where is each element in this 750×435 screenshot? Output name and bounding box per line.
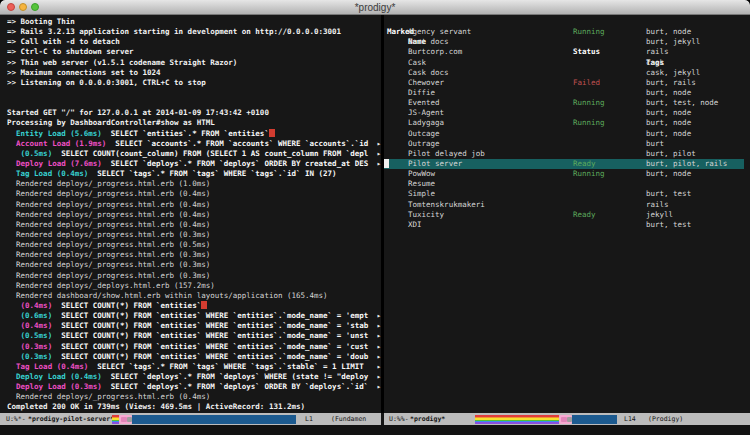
service-status: Running (573, 169, 605, 179)
log-line: >> Thin web server (v1.5.1 codename Stra… (7, 58, 381, 68)
service-tags: jekyll (646, 210, 673, 220)
service-row[interactable]: LadygagaRunningburt, node (384, 118, 750, 128)
service-row[interactable]: Resume (384, 179, 750, 189)
service-row[interactable]: Burtcorp.comrails (384, 47, 750, 57)
truncation-arrow-icon: ▸ (377, 311, 381, 321)
log-segment: Tag Load (0.4ms) (7, 362, 88, 371)
cursor-block (384, 159, 389, 168)
service-name: Resume (408, 179, 435, 189)
trailing-whitespace-highlight (201, 301, 207, 309)
log-segment: SELECT COUNT(*) FROM `entities` WHERE `e… (52, 311, 368, 320)
service-row[interactable]: Caskcask (384, 58, 750, 68)
service-name: JS-Agent (408, 108, 444, 118)
terminal-window: *prodigy* => Booting Thin=> Rails 3.2.13… (0, 0, 750, 435)
log-line (7, 98, 381, 108)
log-line: Account Load (1.9ms) SELECT `accounts`.*… (7, 139, 381, 149)
log-segment: SELECT COUNT(count_column) FROM (SELECT … (52, 149, 368, 158)
service-row[interactable]: Tomtenskrukmakerirails (384, 200, 750, 210)
log-line: Rendered deploys/_progress.html.erb (0.3… (7, 250, 381, 260)
service-row[interactable]: Simpleburt, test (384, 189, 750, 199)
log-segment: => Booting Thin (7, 17, 75, 26)
nyan-mode-progress (112, 415, 296, 424)
service-name: Ladygaga (408, 118, 444, 128)
log-segment: SELECT `deploys`.* FROM `deploys` ORDER … (102, 159, 368, 168)
buffer-name: *prodigy-pilot-server* (28, 413, 114, 425)
log-segment: >> Thin web server (v1.5.1 codename Stra… (7, 58, 237, 67)
modeline-server-log[interactable]: U:%*- *prodigy-pilot-server* L1 (Fundame… (0, 413, 381, 425)
service-row[interactable]: Cask docscask, jekyll (384, 68, 750, 78)
log-segment: >> Listening on 0.0.0.0:3001, CTRL+C to … (7, 78, 206, 87)
log-segment: SELECT `tags`.* FROM `tags` WHERE `tags`… (88, 169, 336, 178)
log-line: Tag Load (0.4ms) SELECT `tags`.* FROM `t… (7, 169, 381, 179)
log-segment: (0.3ms) (7, 352, 52, 361)
log-line: Rendered deploys/_progress.html.erb (0.4… (7, 392, 381, 402)
emacs-frame: => Booting Thin=> Rails 3.2.13 applicati… (0, 15, 750, 413)
log-line: Completed 200 OK in 739ms (Views: 469.5m… (7, 402, 381, 412)
service-row[interactable]: Outcageburt, node (384, 129, 750, 139)
log-segment: Account Load (1.9ms) (7, 139, 106, 148)
log-segment: SELECT COUNT(*) FROM `entities` WHERE `e… (52, 321, 368, 330)
log-line: Processing by DashboardController#show a… (7, 118, 381, 128)
log-line: (0.5ms) SELECT COUNT(*) FROM `entities` … (7, 331, 381, 341)
log-line: (0.6ms) SELECT COUNT(*) FROM `entities` … (7, 311, 381, 321)
service-name: XDI (408, 220, 422, 230)
log-segment: Deploy Load (0.3ms) (7, 382, 102, 391)
truncation-arrow-icon: ▸ (377, 342, 381, 352)
log-line: Rendered deploys/_deploys.html.erb (157.… (7, 281, 381, 291)
log-segment: Rendered deploys/_deploys.html.erb (157.… (7, 281, 215, 290)
service-row[interactable]: XDIburt, test (384, 220, 750, 230)
service-name: PowWow (408, 169, 435, 179)
log-line: Rendered deploys/_progress.html.erb (0.4… (7, 189, 381, 199)
service-row[interactable]: EventedRunningburt, test, node (384, 98, 750, 108)
service-row[interactable]: JS-Agentburt, node (384, 108, 750, 118)
prodigy-services-pane[interactable]: Marked Name Status Tags Agency servantRu… (384, 15, 750, 413)
log-segment: SELECT COUNT(*) FROM `entities` (52, 301, 201, 310)
line-number-indicator: L14 (624, 413, 636, 425)
service-row[interactable]: Outrageburt (384, 139, 750, 149)
service-row[interactable]: ChewoverFailedburt, rails (384, 78, 750, 88)
service-name: Cask docs (408, 68, 449, 78)
log-line: Rendered deploys/_progress.html.erb (0.4… (7, 210, 381, 220)
service-name: Pilot delayed job (408, 149, 485, 159)
service-row[interactable]: Pilot serverReadyburt, pilot, rails (384, 159, 744, 169)
log-segment: >> Maximum connections set to 1024 (7, 68, 161, 77)
service-tags: burt, node (646, 129, 691, 139)
log-line: Rendered deploys/_progress.html.erb (0.4… (7, 200, 381, 210)
log-segment: Processing by DashboardController#show a… (7, 118, 215, 127)
services-table-header: Marked Name Status Tags (384, 17, 750, 27)
server-log-pane[interactable]: => Booting Thin=> Rails 3.2.13 applicati… (0, 15, 381, 413)
service-tags: cask (646, 58, 664, 68)
log-line: (0.5ms) SELECT COUNT(count_column) FROM … (7, 149, 381, 159)
service-tags: burt, node (646, 118, 691, 128)
buffer-name: *prodigy* (410, 413, 445, 425)
log-segment: Rendered deploys/_progress.html.erb (0.4… (7, 189, 210, 198)
minibuffer[interactable] (0, 425, 750, 435)
log-line (7, 88, 381, 98)
service-row[interactable]: PowWowRunningburt, node (384, 169, 750, 179)
log-segment: SELECT `entities`.* FROM `entities` (102, 129, 269, 138)
service-tags: rails (646, 47, 669, 57)
truncation-arrow-icon: ▸ (377, 159, 381, 169)
log-line: => Call with -d to detach (7, 37, 381, 47)
service-row[interactable]: Pilot delayed jobburt, pilot (384, 149, 750, 159)
service-name: Burt docs (408, 37, 449, 47)
log-line: (0.4ms) SELECT COUNT(*) FROM `entities` (7, 301, 381, 311)
service-tags: burt, test (646, 189, 691, 199)
titlebar[interactable]: *prodigy* (0, 0, 750, 15)
nyan-mode-progress (475, 415, 617, 424)
log-line: Rendered deploys/_progress.html.erb (0.3… (7, 230, 381, 240)
service-row[interactable]: TuxicityReadyjekyll (384, 210, 750, 220)
nyan-cat-icon (119, 415, 132, 424)
modeline-prodigy[interactable]: U:%%- *prodigy* L14 (Prodigy) (384, 413, 750, 425)
service-row[interactable]: Burt docsburt, jekyll (384, 37, 750, 47)
log-segment: (0.5ms) (7, 149, 52, 158)
service-name: Burtcorp.com (408, 47, 462, 57)
log-segment: (0.4ms) (7, 301, 52, 310)
service-row[interactable]: Agency servantRunningburt, node (384, 27, 750, 37)
log-segment: Rendered deploys/_progress.html.erb (0.4… (7, 392, 210, 401)
truncation-arrow-icon: ▸ (377, 149, 381, 159)
log-segment: => Ctrl-C to shutdown server (7, 47, 133, 56)
service-row[interactable]: Diffieburt, node (384, 88, 750, 98)
log-segment: Entity Load (5.6ms) (7, 129, 102, 138)
service-tags: burt, pilot (646, 149, 696, 159)
